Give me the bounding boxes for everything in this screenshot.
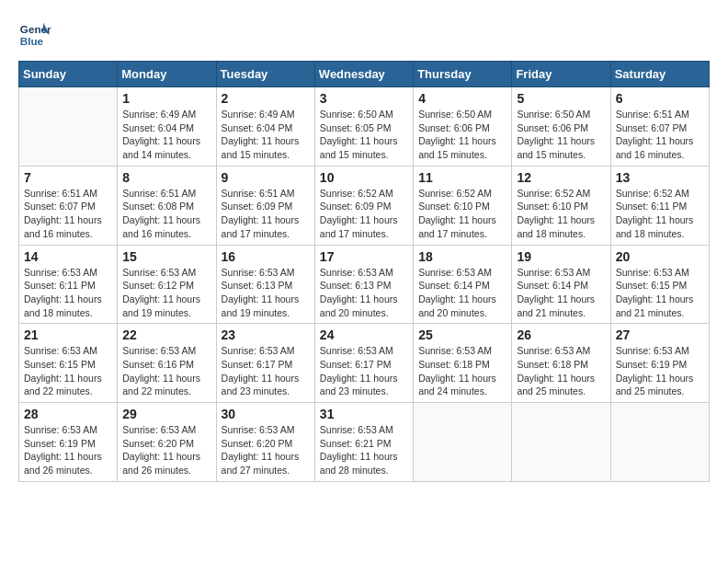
- calendar-cell: 2Sunrise: 6:49 AM Sunset: 6:04 PM Daylig…: [216, 87, 314, 167]
- day-info: Sunrise: 6:53 AM Sunset: 6:18 PM Dayligh…: [517, 344, 605, 398]
- calendar-cell: 19Sunrise: 6:53 AM Sunset: 6:14 PM Dayli…: [512, 245, 610, 324]
- calendar-cell: 9Sunrise: 6:51 AM Sunset: 6:09 PM Daylig…: [216, 166, 314, 245]
- day-number: 7: [24, 170, 112, 185]
- day-number: 6: [616, 91, 704, 106]
- day-number: 10: [320, 170, 408, 185]
- day-number: 20: [616, 249, 704, 264]
- calendar-cell: 1Sunrise: 6:49 AM Sunset: 6:04 PM Daylig…: [118, 87, 216, 167]
- day-number: 21: [24, 327, 112, 342]
- calendar-header-thursday: Thursday: [414, 62, 512, 87]
- day-info: Sunrise: 6:53 AM Sunset: 6:20 PM Dayligh…: [222, 423, 310, 477]
- day-info: Sunrise: 6:51 AM Sunset: 6:08 PM Dayligh…: [122, 187, 210, 241]
- day-number: 26: [517, 327, 605, 342]
- svg-text:Blue: Blue: [20, 35, 44, 47]
- day-info: Sunrise: 6:53 AM Sunset: 6:11 PM Dayligh…: [24, 266, 112, 320]
- day-number: 2: [222, 91, 310, 106]
- calendar-cell: 4Sunrise: 6:50 AM Sunset: 6:06 PM Daylig…: [414, 87, 512, 167]
- calendar-cell: [610, 403, 709, 482]
- calendar-header-tuesday: Tuesday: [216, 62, 314, 87]
- day-info: Sunrise: 6:53 AM Sunset: 6:12 PM Dayligh…: [122, 266, 210, 320]
- calendar-cell: 8Sunrise: 6:51 AM Sunset: 6:08 PM Daylig…: [118, 166, 216, 245]
- day-info: Sunrise: 6:52 AM Sunset: 6:10 PM Dayligh…: [517, 187, 605, 241]
- day-number: 19: [517, 249, 605, 264]
- logo: General Blue: [18, 18, 55, 52]
- day-info: Sunrise: 6:53 AM Sunset: 6:15 PM Dayligh…: [24, 344, 112, 398]
- day-info: Sunrise: 6:53 AM Sunset: 6:19 PM Dayligh…: [616, 344, 704, 398]
- day-number: 4: [418, 91, 506, 106]
- day-number: 1: [122, 91, 210, 106]
- calendar-cell: 24Sunrise: 6:53 AM Sunset: 6:17 PM Dayli…: [314, 324, 413, 403]
- calendar-header-wednesday: Wednesday: [314, 62, 413, 87]
- calendar-cell: 14Sunrise: 6:53 AM Sunset: 6:11 PM Dayli…: [19, 245, 118, 324]
- calendar-cell: 20Sunrise: 6:53 AM Sunset: 6:15 PM Dayli…: [610, 245, 709, 324]
- calendar-cell: 22Sunrise: 6:53 AM Sunset: 6:16 PM Dayli…: [118, 324, 216, 403]
- calendar-header-row: SundayMondayTuesdayWednesdayThursdayFrid…: [19, 62, 710, 87]
- calendar-cell: 25Sunrise: 6:53 AM Sunset: 6:18 PM Dayli…: [414, 324, 512, 403]
- day-info: Sunrise: 6:53 AM Sunset: 6:19 PM Dayligh…: [24, 423, 112, 477]
- day-number: 15: [122, 249, 210, 264]
- calendar-cell: 15Sunrise: 6:53 AM Sunset: 6:12 PM Dayli…: [118, 245, 216, 324]
- day-info: Sunrise: 6:53 AM Sunset: 6:21 PM Dayligh…: [320, 423, 408, 477]
- calendar-table: SundayMondayTuesdayWednesdayThursdayFrid…: [18, 61, 710, 482]
- day-number: 11: [418, 170, 506, 185]
- day-info: Sunrise: 6:53 AM Sunset: 6:17 PM Dayligh…: [222, 344, 310, 398]
- day-info: Sunrise: 6:51 AM Sunset: 6:07 PM Dayligh…: [24, 187, 112, 241]
- day-number: 14: [24, 249, 112, 264]
- calendar-cell: [512, 403, 610, 482]
- day-info: Sunrise: 6:53 AM Sunset: 6:14 PM Dayligh…: [517, 266, 605, 320]
- calendar-cell: 27Sunrise: 6:53 AM Sunset: 6:19 PM Dayli…: [610, 324, 709, 403]
- calendar-cell: 23Sunrise: 6:53 AM Sunset: 6:17 PM Dayli…: [216, 324, 314, 403]
- day-info: Sunrise: 6:50 AM Sunset: 6:06 PM Dayligh…: [517, 108, 605, 162]
- calendar-header-saturday: Saturday: [610, 62, 709, 87]
- calendar-cell: 7Sunrise: 6:51 AM Sunset: 6:07 PM Daylig…: [19, 166, 118, 245]
- calendar-cell: 12Sunrise: 6:52 AM Sunset: 6:10 PM Dayli…: [512, 166, 610, 245]
- day-number: 25: [418, 327, 506, 342]
- page-header: General Blue: [18, 18, 710, 52]
- day-info: Sunrise: 6:52 AM Sunset: 6:09 PM Dayligh…: [320, 187, 408, 241]
- calendar-header-sunday: Sunday: [19, 62, 118, 87]
- day-info: Sunrise: 6:53 AM Sunset: 6:13 PM Dayligh…: [320, 266, 408, 320]
- calendar-cell: 26Sunrise: 6:53 AM Sunset: 6:18 PM Dayli…: [512, 324, 610, 403]
- calendar-cell: 16Sunrise: 6:53 AM Sunset: 6:13 PM Dayli…: [216, 245, 314, 324]
- day-number: 27: [616, 327, 704, 342]
- calendar-cell: 3Sunrise: 6:50 AM Sunset: 6:05 PM Daylig…: [314, 87, 413, 167]
- day-info: Sunrise: 6:53 AM Sunset: 6:17 PM Dayligh…: [320, 344, 408, 398]
- day-number: 29: [122, 407, 210, 421]
- day-info: Sunrise: 6:53 AM Sunset: 6:20 PM Dayligh…: [122, 423, 210, 477]
- calendar-cell: 31Sunrise: 6:53 AM Sunset: 6:21 PM Dayli…: [314, 403, 413, 482]
- calendar-header-friday: Friday: [512, 62, 610, 87]
- day-info: Sunrise: 6:52 AM Sunset: 6:11 PM Dayligh…: [616, 187, 704, 241]
- calendar-cell: [19, 87, 118, 167]
- day-info: Sunrise: 6:52 AM Sunset: 6:10 PM Dayligh…: [418, 187, 506, 241]
- calendar-week-row: 7Sunrise: 6:51 AM Sunset: 6:07 PM Daylig…: [19, 166, 710, 245]
- calendar-week-row: 28Sunrise: 6:53 AM Sunset: 6:19 PM Dayli…: [19, 403, 710, 482]
- day-number: 3: [320, 91, 408, 106]
- day-number: 13: [616, 170, 704, 185]
- calendar-cell: 6Sunrise: 6:51 AM Sunset: 6:07 PM Daylig…: [610, 87, 709, 167]
- day-number: 24: [320, 327, 408, 342]
- day-info: Sunrise: 6:49 AM Sunset: 6:04 PM Dayligh…: [222, 108, 310, 162]
- calendar-cell: 10Sunrise: 6:52 AM Sunset: 6:09 PM Dayli…: [314, 166, 413, 245]
- day-number: 17: [320, 249, 408, 264]
- day-number: 5: [517, 91, 605, 106]
- day-info: Sunrise: 6:51 AM Sunset: 6:09 PM Dayligh…: [222, 187, 310, 241]
- day-number: 9: [222, 170, 310, 185]
- day-number: 23: [222, 327, 310, 342]
- day-info: Sunrise: 6:53 AM Sunset: 6:13 PM Dayligh…: [222, 266, 310, 320]
- calendar-cell: 21Sunrise: 6:53 AM Sunset: 6:15 PM Dayli…: [19, 324, 118, 403]
- day-number: 18: [418, 249, 506, 264]
- calendar-week-row: 14Sunrise: 6:53 AM Sunset: 6:11 PM Dayli…: [19, 245, 710, 324]
- calendar-cell: 30Sunrise: 6:53 AM Sunset: 6:20 PM Dayli…: [216, 403, 314, 482]
- calendar-cell: [414, 403, 512, 482]
- day-info: Sunrise: 6:51 AM Sunset: 6:07 PM Dayligh…: [616, 108, 704, 162]
- day-info: Sunrise: 6:53 AM Sunset: 6:15 PM Dayligh…: [616, 266, 704, 320]
- calendar-header-monday: Monday: [118, 62, 216, 87]
- calendar-cell: 11Sunrise: 6:52 AM Sunset: 6:10 PM Dayli…: [414, 166, 512, 245]
- day-number: 16: [222, 249, 310, 264]
- day-number: 31: [320, 407, 408, 421]
- day-info: Sunrise: 6:49 AM Sunset: 6:04 PM Dayligh…: [122, 108, 210, 162]
- day-info: Sunrise: 6:53 AM Sunset: 6:14 PM Dayligh…: [418, 266, 506, 320]
- day-number: 12: [517, 170, 605, 185]
- day-info: Sunrise: 6:50 AM Sunset: 6:05 PM Dayligh…: [320, 108, 408, 162]
- calendar-cell: 13Sunrise: 6:52 AM Sunset: 6:11 PM Dayli…: [610, 166, 709, 245]
